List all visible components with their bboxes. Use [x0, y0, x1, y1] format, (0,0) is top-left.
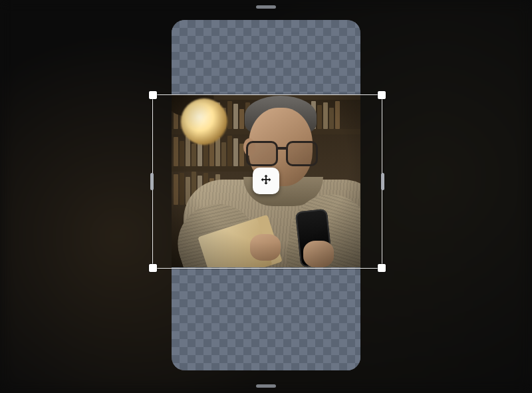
crop-handle-top-left[interactable]: [149, 91, 157, 99]
editor-stage: [0, 0, 532, 393]
crop-handle-top-right[interactable]: [378, 91, 386, 99]
move-handle[interactable]: [253, 168, 279, 194]
aspect-handle-top[interactable]: [256, 5, 276, 9]
crop-handle-bottom-right[interactable]: [378, 264, 386, 272]
crop-handle-right[interactable]: [381, 173, 384, 190]
move-arrows-icon: [259, 174, 273, 188]
crop-handle-bottom-left[interactable]: [149, 264, 157, 272]
crop-handle-left[interactable]: [150, 173, 154, 190]
aspect-handle-bottom[interactable]: [256, 384, 276, 388]
